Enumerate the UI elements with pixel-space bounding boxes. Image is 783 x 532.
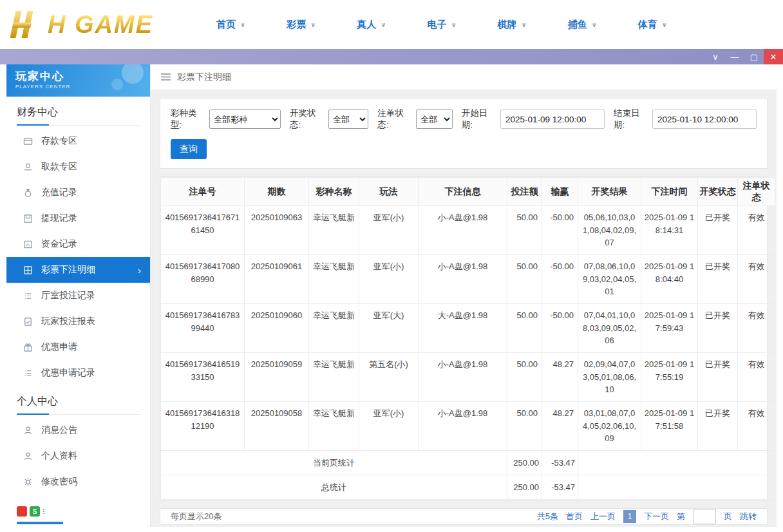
sidebar-item-withdraw[interactable]: 取款专区 [6,154,150,180]
bets-table: 注单号 期数 彩种名称 玩法 下注信息 投注额 输赢 开奖结果 下注时间 开奖状… [160,177,775,500]
sidebar-item-funds-records[interactable]: 资金记录 [6,231,150,257]
sidebar-item-profile[interactable]: 个人资料 [6,443,150,469]
logo: H GAME [9,10,189,39]
nav-item-board[interactable]: 棋牌∨ [498,19,527,31]
col-header-play: 玩法 [359,178,419,206]
bet-status-label: 注单状态: [377,108,412,131]
pinned-app-red-icon[interactable] [17,506,27,517]
pagination-controls: 共5条 首页 上一页 1 下一页 第 页 跳转 [537,509,757,524]
table-row: 401569173641708068990 20250109061 幸运飞艇新 … [161,255,775,304]
nav-item-live[interactable]: 真人∨ [357,19,386,31]
jump-suffix-label: 页 [724,511,732,522]
deposit-card-icon [23,137,33,146]
prev-page-link[interactable]: 上一页 [590,511,616,522]
section-title-finance: 财务中心 [17,106,140,126]
list-icon [23,368,33,378]
chevron-down-icon: ∨ [592,21,597,28]
col-header-bet-status: 注单状态 [738,178,775,206]
sidebar-header: 玩家中心 PLAYERS CENTER [6,64,150,97]
sidebar-item-messages[interactable]: 消息公告 [6,417,150,443]
grid-icon [23,265,33,275]
first-page-link[interactable]: 首页 [566,511,583,522]
jump-button[interactable]: 跳转 [740,511,757,522]
current-page-indicator[interactable]: 1 [623,510,636,523]
page-size-text: 每页显示20条 [171,511,222,522]
nav-item-sports[interactable]: 体育∨ [638,19,667,31]
pinned-app-green-icon[interactable]: S [30,506,40,517]
summary-label: 总统计 [161,475,507,500]
nav-item-home[interactable]: 首页∨ [216,19,245,31]
page-jump-input[interactable] [693,509,716,524]
person-icon [23,451,33,461]
filter-panel: 彩种类型: 全部彩种 开奖状态: 全部 注单状态: 全部 开始日期: 结束日期:… [160,98,768,169]
logo-text: H GAME [48,11,153,39]
sidebar: 玩家中心 PLAYERS CENTER 财务中心 存款专区 取款专区 充值记录 … [6,64,151,527]
report-check-icon [23,317,33,327]
main-content: 彩票下注明细 彩种类型: 全部彩种 开奖状态: 全部 注单状态: 全部 开始日期… [151,64,777,527]
sidebar-item-change-password[interactable]: 修改密码 [6,469,150,495]
end-date-label: 结束日期: [614,108,648,131]
col-header-bet-id: 注单号 [161,178,245,206]
table-row: 401569173641767161450 20250109063 幸运飞艇新 … [161,206,775,255]
sidebar-item-promo-records[interactable]: 优惠申请记录 [6,360,150,386]
table-header-row: 注单号 期数 彩种名称 玩法 下注信息 投注额 输赢 开奖结果 下注时间 开奖状… [161,178,775,206]
maximize-button[interactable]: ▢ [744,49,764,64]
sidebar-item-deposit[interactable]: 存款专区 [6,128,150,154]
chevron-down-icon: ∨ [381,21,386,28]
main-inner: 彩种类型: 全部彩种 开奖状态: 全部 注单状态: 全部 开始日期: 结束日期:… [151,90,777,527]
start-date-label: 开始日期: [462,108,496,131]
draw-status-select[interactable]: 全部 [328,109,368,129]
sidebar-item-promo-apply[interactable]: 优惠申请 [6,334,150,360]
search-button[interactable]: 查询 [171,139,207,159]
bets-table-panel: 注单号 期数 彩种名称 玩法 下注信息 投注额 输赢 开奖结果 下注时间 开奖状… [160,176,768,500]
table-row: 401569173641678399440 20250109060 幸运飞艇新 … [161,304,775,353]
withdraw-hand-icon [23,162,33,172]
page-title: 彩票下注明细 [177,71,231,83]
titlebar-menu-chevron-icon[interactable]: ∨ [706,49,725,64]
chevron-down-icon: ∨ [240,21,245,28]
save-box-icon [23,214,33,223]
bet-status-select[interactable]: 全部 [416,109,453,129]
summary-label: 当前页统计 [161,451,507,475]
total-count: 共5条 [537,511,558,522]
sidebar-item-lottery-bet-details[interactable]: 彩票下注明细 › [6,257,150,283]
sidebar-footer: S ⁝ [6,502,150,527]
next-page-link[interactable]: 下一页 [644,511,669,522]
jump-prefix-label: 第 [677,511,685,522]
pagination-bar: 每页显示20条 共5条 首页 上一页 1 下一页 第 页 跳转 [160,508,768,525]
col-header-period: 期数 [245,178,309,206]
section-title-personal: 个人中心 [17,395,140,415]
col-header-result: 开奖结果 [578,178,641,206]
col-header-bet-time: 下注时间 [641,178,698,206]
hamburger-menu-icon[interactable] [161,73,171,81]
lottery-type-select[interactable]: 全部彩种 [209,109,281,129]
col-header-lottery: 彩种名称 [309,178,359,206]
nav-item-lottery[interactable]: 彩票∨ [287,19,316,31]
sidebar-item-player-report[interactable]: 玩家投注报表 [6,309,150,334]
minimize-button[interactable]: — [725,49,744,64]
close-button[interactable]: ✕ [764,49,783,64]
col-header-win-loss: 输赢 [542,178,578,206]
start-date-input[interactable] [500,109,605,129]
person-icon [23,426,33,435]
chart-bars-icon [23,240,33,249]
list-icon [23,291,33,301]
overflow-dots-icon[interactable]: ⁝ [42,507,45,516]
summary-row-total: 总统计 250.00 -53.47 [161,475,775,500]
lottery-type-label: 彩种类型: [171,108,205,131]
window-body: 玩家中心 PLAYERS CENTER 财务中心 存款专区 取款专区 充值记录 … [6,64,777,527]
active-item-arrow-icon: › [138,265,141,276]
col-header-amount: 投注额 [507,178,542,206]
page-title-bar: 彩票下注明细 [151,64,777,90]
sidebar-item-withdrawal-records[interactable]: 提现记录 [6,205,150,231]
draw-status-label: 开奖状态: [290,108,325,131]
nav-item-electronic[interactable]: 电子∨ [427,19,456,31]
sidebar-scroll-indicator[interactable] [17,522,63,524]
nav-item-fishing[interactable]: 捕鱼∨ [568,19,597,31]
sidebar-item-recharge-records[interactable]: 充值记录 [6,180,150,205]
summary-row-current-page: 当前页统计 250.00 -53.47 [161,451,775,475]
end-date-input[interactable] [652,109,757,129]
col-header-draw-status: 开奖状态 [698,178,738,206]
sidebar-item-hall-bet-records[interactable]: 厅室投注记录 [6,283,150,309]
gift-icon [23,343,33,352]
